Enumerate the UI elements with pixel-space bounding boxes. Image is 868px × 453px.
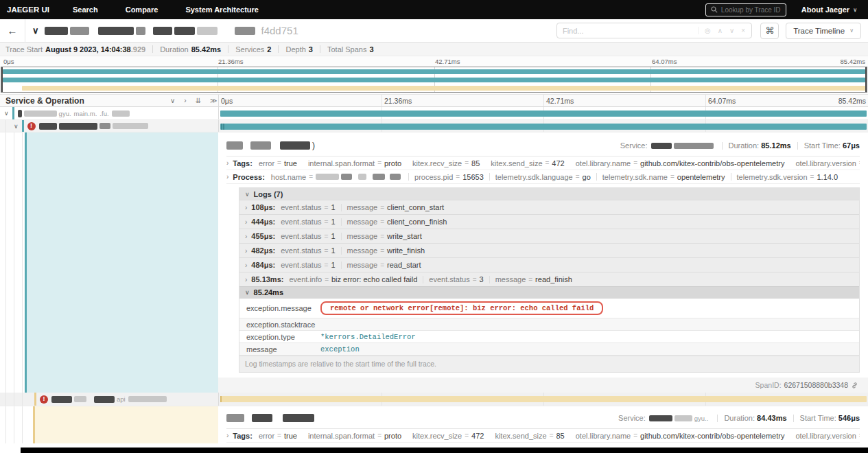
span-bar[interactable] — [220, 396, 867, 402]
chevron-down-icon[interactable]: ∨ — [14, 123, 19, 130]
log-entry-expanded-header[interactable]: ∨ 85.24ms — [239, 286, 859, 298]
redacted-text — [390, 174, 401, 180]
span-row-selected[interactable]: ∨ ! — [0, 120, 868, 132]
timeline-tick: 64.07ms — [708, 97, 736, 105]
trace-minimap[interactable]: 0μs 21.36ms 42.71ms 64.07ms 85.42ms — [0, 56, 868, 94]
redacted-text — [197, 27, 218, 35]
log-entry[interactable]: › 85.13ms: event.info=biz error: echo ca… — [239, 272, 859, 286]
logs-accordion-header[interactable]: ∨ Logs (7) — [239, 188, 859, 200]
tags-accordion[interactable]: › Tags: error=true internal.span.format=… — [226, 156, 860, 170]
chevron-right-icon: › — [245, 276, 247, 283]
nav-item-search[interactable]: Search — [73, 5, 98, 14]
redacted-text — [51, 396, 72, 403]
process-accordion[interactable]: › Process: host.name= process.pid=15653 … — [226, 170, 860, 184]
log-time: 85.24ms — [254, 288, 283, 297]
redacted-text — [226, 141, 243, 150]
span-name-suffix: ) — [312, 141, 315, 150]
minimap-tick: 42.71ms — [435, 58, 460, 65]
minimap-tick-labels: 0μs 21.36ms 42.71ms 64.07ms 85.42ms — [0, 58, 868, 66]
collapse-one-icon[interactable]: ∨ — [170, 97, 175, 104]
kv-row-exception-type: exception.type *kerrors.DetailedError — [239, 331, 859, 343]
service-name: ! api — [34, 393, 169, 406]
exception-message-value: remote or network error[remote]: biz err… — [320, 301, 603, 315]
span-detail-panel: Service: gyu.. Duration: 84.43ms Start T… — [218, 406, 868, 443]
collapse-all-icon[interactable]: ⇊ — [196, 97, 201, 104]
redacted-text — [45, 27, 68, 35]
log-entry[interactable]: › 444μs: event.status=1 message=client_c… — [239, 214, 859, 229]
redacted-text — [136, 27, 145, 35]
tags-accordion[interactable]: › Tags: error=true internal.span.format=… — [226, 429, 860, 443]
top-nav: JAEGER UI Search Compare System Architec… — [0, 0, 868, 19]
span-bar[interactable] — [220, 124, 867, 130]
expand-one-icon[interactable]: › — [184, 97, 186, 104]
meta-total-spans: Total Spans 3 — [327, 45, 374, 54]
minimap-canvas[interactable] — [1, 67, 867, 93]
meta-services: Services 2 — [235, 45, 271, 54]
span-meta: Service: Duration: 85.12ms Start Time: 6… — [620, 141, 860, 150]
find-input[interactable] — [557, 27, 698, 35]
redacted-text — [373, 174, 385, 180]
trace-view-selector[interactable]: Trace Timeline ∨ — [786, 23, 861, 39]
minimap-drag-handle-right[interactable] — [865, 67, 867, 92]
selected-span-tint — [25, 132, 218, 393]
timeline-tick: 85.42ms — [838, 97, 866, 105]
next-match-icon[interactable]: ∨ — [729, 27, 734, 34]
label-fragment: gyu.. — [694, 415, 709, 422]
minimap-tick: 64.07ms — [652, 58, 677, 65]
nav-item-system-architecture[interactable]: System Architecture — [185, 5, 259, 14]
nav-item-compare[interactable]: Compare — [126, 5, 159, 14]
redacted-text — [70, 27, 89, 35]
prev-match-icon[interactable]: ∧ — [718, 27, 723, 34]
back-button[interactable]: ← — [0, 19, 25, 43]
span-row-label: ! api — [34, 393, 169, 406]
trace-collapse-chevron-icon[interactable]: ∨ — [32, 25, 39, 36]
label-fragment: main.m. — [74, 110, 97, 117]
clear-find-icon[interactable]: × — [741, 27, 745, 34]
log-timestamps-note: Log timestamps are relative to the start… — [239, 356, 859, 372]
chevron-right-icon: › — [226, 432, 228, 439]
chevron-down-icon: ∨ — [245, 289, 250, 296]
log-entry[interactable]: › 484μs: event.status=1 message=read_sta… — [239, 257, 859, 272]
trace-meta-bar: Trace Start August 9 2023, 14:04:38 .929… — [0, 43, 868, 56]
collapse-controls: ∨ › ⇊ ≫ — [170, 97, 218, 104]
redacted-text — [250, 141, 271, 150]
timeline-header: Service & Operation ∨ › ⇊ ≫ 0μs 21.36ms … — [0, 94, 868, 107]
about-jaeger-menu[interactable]: About Jaeger ∨ — [801, 5, 857, 14]
chevron-right-icon: › — [245, 204, 247, 211]
trace-id-lookup-input[interactable] — [721, 6, 781, 14]
timeline-tick: 21.36ms — [384, 97, 412, 105]
redacted-text — [153, 27, 172, 35]
span-detail-2: Service: gyu.. Duration: 84.43ms Start T… — [0, 406, 868, 443]
trace-id-suffix: f4dd751 — [261, 25, 298, 36]
redacted-text — [235, 27, 255, 35]
redacted-text — [18, 110, 22, 117]
deep-link-icon[interactable] — [851, 382, 858, 389]
keyboard-shortcuts-button[interactable]: ⌘ — [760, 23, 779, 39]
meta-duration: Duration 85.42ms — [160, 45, 221, 54]
match-target-icon[interactable]: ◎ — [705, 27, 711, 34]
span-start-time: 546μs — [838, 414, 860, 422]
redacted-text — [112, 111, 130, 117]
redacted-text — [341, 174, 352, 180]
chevron-right-icon: › — [226, 159, 228, 167]
chevron-down-icon[interactable]: ∨ — [4, 110, 9, 117]
find-controls: ◎ ∧ ∨ × — [698, 27, 751, 34]
redacted-text — [226, 414, 244, 422]
span-detail-left-gutter — [0, 132, 218, 393]
search-icon — [711, 6, 718, 13]
selected-span-tint — [33, 406, 218, 443]
chevron-down-icon: ∨ — [245, 191, 250, 198]
span-detail-left-gutter — [0, 406, 218, 443]
trace-title: f4dd751 — [45, 25, 298, 36]
span-row-root[interactable]: ∨ gyu. main.m. .fu. — [0, 107, 868, 120]
minimap-drag-handle-left[interactable] — [1, 67, 3, 92]
kv-row-exception-message: exception.message remote or network erro… — [239, 299, 859, 318]
log-entry[interactable]: › 455μs: event.status=1 message=write_st… — [239, 229, 859, 243]
span-bar[interactable] — [220, 111, 867, 117]
expand-all-icon[interactable]: ≫ — [210, 97, 217, 104]
log-entry[interactable]: › 482μs: event.status=1 message=write_fi… — [239, 243, 859, 257]
span-detail-panel: ) Service: Duration: 85.12ms Start Time:… — [218, 132, 868, 393]
span-row-error[interactable]: ! api — [0, 393, 868, 406]
log-entry[interactable]: › 108μs: event.status=1 message=client_c… — [239, 200, 859, 214]
trace-id-lookup[interactable] — [705, 3, 786, 16]
